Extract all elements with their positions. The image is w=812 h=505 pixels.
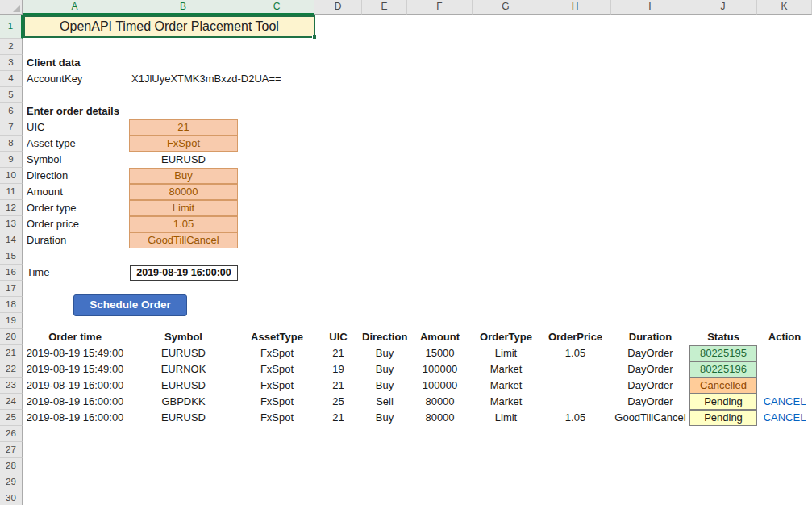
column-header-g[interactable]: G [473,0,539,15]
order-price-cell [539,394,611,410]
uic-cell: 21 [314,345,362,361]
direction-cell: Buy [362,410,407,426]
amount-cell: 80000 [407,410,473,426]
time-label: Time [27,265,49,281]
amount-cell: 100000 [407,378,473,394]
order-price-cell: 1.05 [539,345,611,361]
asset-type-cell: FxSpot [239,345,314,361]
uic-cell: 21 [314,378,362,394]
asset-type-cell: FxSpot [239,394,314,410]
column-header-d[interactable]: D [314,0,362,15]
account-key-value: X1JlUyeXTMK3mBxzd-D2UA== [131,71,281,87]
direction-input[interactable]: Buy [129,168,238,184]
amount-label: Amount [27,184,63,200]
row-header-2[interactable]: 2 [0,39,23,55]
order-price-input[interactable]: 1.05 [129,216,238,232]
uic-cell: 21 [314,410,362,426]
asset-type-label: Asset type [27,136,76,152]
symbol-cell: GBPDKK [127,394,239,410]
row-header-4[interactable]: 4 [0,71,23,87]
account-key-label: AccountKey [27,71,82,87]
order-time-cell: 2019-08-19 15:49:00 [23,361,127,378]
orders-header-order-type: OrderType [473,329,539,345]
direction-cell: Buy [362,345,407,361]
order-type-cell: Limit [473,345,539,361]
column-header-h[interactable]: H [539,0,611,15]
duration-cell: GoodTillCancel [611,410,689,426]
row-header-10[interactable]: 10 [0,168,23,184]
order-type-cell: Market [473,378,539,394]
asset-type-cell: FxSpot [239,361,314,378]
orders-header-order-price: OrderPrice [539,329,611,345]
row-header-30[interactable]: 30 [0,490,23,505]
amount-cell: 15000 [407,345,473,361]
row-header-20[interactable]: 20 [0,329,23,345]
spreadsheet: ABCDEFGHIJK 1234567891011121314151617181… [0,0,812,505]
duration-input[interactable]: GoodTillCancel [129,232,238,248]
amount-input[interactable]: 80000 [129,184,238,200]
page-title: OpenAPI Timed Order Placement Tool [60,19,279,33]
orders-header-uic: UIC [314,329,362,345]
row-header-19[interactable]: 19 [0,313,23,329]
row-header-16[interactable]: 16 [0,265,23,281]
column-header-e[interactable]: E [362,0,407,15]
row-header-7[interactable]: 7 [0,119,23,136]
direction-cell: Buy [362,361,407,378]
cancel-order-link[interactable]: CANCEL [764,395,806,407]
column-header-k[interactable]: K [757,0,812,15]
row-header-26[interactable]: 26 [0,426,23,442]
order-type-label: Order type [27,200,76,216]
symbol-cell: EURNOK [127,361,239,378]
row-header-18[interactable]: 18 [0,297,23,313]
row-header-23[interactable]: 23 [0,378,23,394]
select-all-button[interactable] [0,0,23,15]
direction-cell: Buy [362,378,407,394]
row-header-8[interactable]: 8 [0,136,23,152]
row-header-13[interactable]: 13 [0,216,23,232]
order-price-cell: 1.05 [539,410,611,426]
selection-fill-handle[interactable] [312,35,317,40]
row-header-22[interactable]: 22 [0,361,23,378]
row-header-21[interactable]: 21 [0,345,23,361]
orders-header-asset-type: AssetType [239,329,314,345]
orders-header-order-time: Order time [23,329,127,345]
row-header-3[interactable]: 3 [0,55,23,71]
row-header-24[interactable]: 24 [0,394,23,410]
duration-cell: DayOrder [611,361,689,378]
row-header-12[interactable]: 12 [0,200,23,216]
symbol-cell: EURUSD [127,345,239,361]
title-cell[interactable]: OpenAPI Timed Order Placement Tool [23,15,315,38]
order-details-heading: Enter order details [27,103,119,119]
symbol-cell: EURUSD [127,410,239,426]
order-type-cell: Market [473,394,539,410]
column-header-c[interactable]: C [239,0,314,15]
row-header-29[interactable]: 29 [0,474,23,490]
row-header-25[interactable]: 25 [0,410,23,426]
row-header-11[interactable]: 11 [0,184,23,200]
row-header-9[interactable]: 9 [0,152,23,168]
row-header-5[interactable]: 5 [0,87,23,103]
row-header-27[interactable]: 27 [0,442,23,458]
uic-input[interactable]: 21 [129,119,238,136]
order-type-input[interactable]: Limit [129,200,238,216]
column-header-b[interactable]: B [127,0,239,15]
row-header-1[interactable]: 1 [0,15,23,39]
duration-cell: DayOrder [611,345,689,361]
column-header-a[interactable]: A [23,0,127,15]
column-header-i[interactable]: I [611,0,689,15]
client-data-heading: Client data [27,55,80,71]
row-header-28[interactable]: 28 [0,458,23,474]
direction-label: Direction [27,168,68,184]
order-time-cell: 2019-08-19 16:00:00 [23,410,127,426]
column-header-f[interactable]: F [407,0,473,15]
row-header-14[interactable]: 14 [0,232,23,248]
row-header-6[interactable]: 6 [0,103,23,119]
cancel-order-link[interactable]: CANCEL [764,411,806,424]
time-input[interactable]: 2019-08-19 16:00:00 [130,265,238,281]
row-header-15[interactable]: 15 [0,248,23,265]
column-header-j[interactable]: J [689,0,757,15]
schedule-order-button[interactable]: Schedule Order [73,294,187,316]
asset-type-input[interactable]: FxSpot [129,136,238,152]
status-badge: 80225195 [689,345,757,361]
row-header-17[interactable]: 17 [0,281,23,297]
